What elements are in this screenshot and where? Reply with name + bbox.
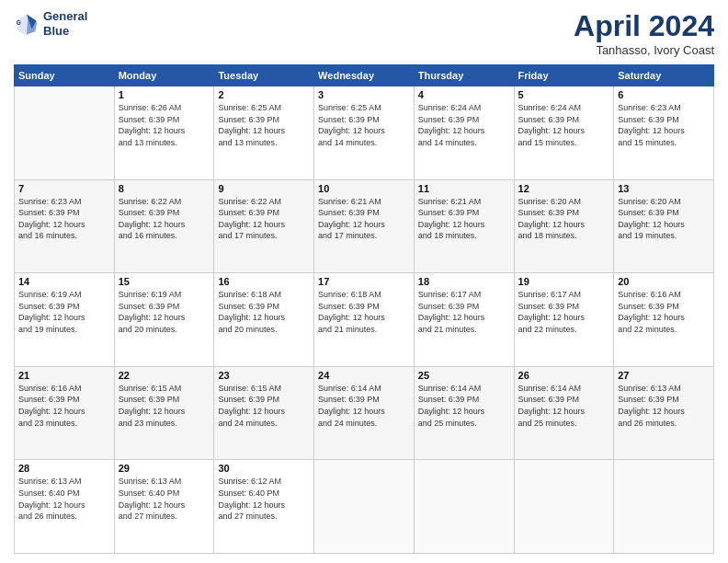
day-number: 22 <box>119 370 210 381</box>
day-number: 14 <box>18 276 110 287</box>
logo-icon: G <box>14 11 40 37</box>
day-number: 16 <box>218 276 310 287</box>
day-info: Sunrise: 6:18 AM Sunset: 6:39 PM Dayligh… <box>218 289 310 335</box>
weekday-header-monday: Monday <box>114 65 214 86</box>
calendar-cell <box>614 460 714 554</box>
day-info: Sunrise: 6:26 AM Sunset: 6:39 PM Dayligh… <box>119 102 210 148</box>
week-row-5: 28Sunrise: 6:13 AM Sunset: 6:40 PM Dayli… <box>15 460 714 554</box>
day-info: Sunrise: 6:24 AM Sunset: 6:39 PM Dayligh… <box>418 102 510 148</box>
calendar-cell: 19Sunrise: 6:17 AM Sunset: 6:39 PM Dayli… <box>514 273 614 367</box>
calendar-cell: 7Sunrise: 6:23 AM Sunset: 6:39 PM Daylig… <box>15 179 115 273</box>
calendar-cell: 5Sunrise: 6:24 AM Sunset: 6:39 PM Daylig… <box>514 86 614 180</box>
weekday-header-friday: Friday <box>514 65 614 86</box>
day-info: Sunrise: 6:15 AM Sunset: 6:39 PM Dayligh… <box>119 383 210 429</box>
calendar-cell: 22Sunrise: 6:15 AM Sunset: 6:39 PM Dayli… <box>114 366 214 460</box>
weekday-header-sunday: Sunday <box>15 65 115 86</box>
calendar-cell: 25Sunrise: 6:14 AM Sunset: 6:39 PM Dayli… <box>414 366 514 460</box>
calendar-cell: 17Sunrise: 6:18 AM Sunset: 6:39 PM Dayli… <box>314 273 415 367</box>
day-number: 6 <box>618 89 710 100</box>
header: G General Blue April 2024 Tanhasso, Ivor… <box>14 9 714 57</box>
calendar-cell: 13Sunrise: 6:20 AM Sunset: 6:39 PM Dayli… <box>614 179 714 273</box>
day-number: 24 <box>318 370 410 381</box>
day-info: Sunrise: 6:22 AM Sunset: 6:39 PM Dayligh… <box>218 196 310 242</box>
calendar-cell: 23Sunrise: 6:15 AM Sunset: 6:39 PM Dayli… <box>214 366 314 460</box>
day-number: 7 <box>18 183 110 194</box>
day-number: 23 <box>218 370 310 381</box>
day-info: Sunrise: 6:25 AM Sunset: 6:39 PM Dayligh… <box>318 102 410 148</box>
day-info: Sunrise: 6:23 AM Sunset: 6:39 PM Dayligh… <box>18 196 110 242</box>
week-row-4: 21Sunrise: 6:16 AM Sunset: 6:39 PM Dayli… <box>15 366 714 460</box>
day-info: Sunrise: 6:19 AM Sunset: 6:39 PM Dayligh… <box>18 289 110 335</box>
calendar-cell: 11Sunrise: 6:21 AM Sunset: 6:39 PM Dayli… <box>414 179 514 273</box>
calendar-cell <box>414 460 514 554</box>
day-info: Sunrise: 6:22 AM Sunset: 6:39 PM Dayligh… <box>119 196 210 242</box>
weekday-header-row: SundayMondayTuesdayWednesdayThursdayFrid… <box>15 65 714 86</box>
calendar-cell <box>15 86 115 180</box>
calendar: SundayMondayTuesdayWednesdayThursdayFrid… <box>14 64 714 554</box>
day-number: 8 <box>119 183 210 194</box>
calendar-cell: 3Sunrise: 6:25 AM Sunset: 6:39 PM Daylig… <box>314 86 415 180</box>
day-number: 4 <box>418 89 510 100</box>
day-info: Sunrise: 6:19 AM Sunset: 6:39 PM Dayligh… <box>119 289 210 335</box>
day-info: Sunrise: 6:13 AM Sunset: 6:40 PM Dayligh… <box>18 476 110 522</box>
calendar-cell: 1Sunrise: 6:26 AM Sunset: 6:39 PM Daylig… <box>114 86 214 180</box>
day-number: 20 <box>618 276 710 287</box>
day-number: 9 <box>218 183 310 194</box>
day-info: Sunrise: 6:17 AM Sunset: 6:39 PM Dayligh… <box>518 289 610 335</box>
day-number: 13 <box>618 183 710 194</box>
day-info: Sunrise: 6:18 AM Sunset: 6:39 PM Dayligh… <box>318 289 410 335</box>
calendar-cell: 30Sunrise: 6:12 AM Sunset: 6:40 PM Dayli… <box>214 460 314 554</box>
day-info: Sunrise: 6:16 AM Sunset: 6:39 PM Dayligh… <box>618 289 710 335</box>
day-info: Sunrise: 6:13 AM Sunset: 6:40 PM Dayligh… <box>119 476 210 522</box>
calendar-cell: 8Sunrise: 6:22 AM Sunset: 6:39 PM Daylig… <box>114 179 214 273</box>
day-number: 3 <box>318 89 410 100</box>
calendar-cell: 16Sunrise: 6:18 AM Sunset: 6:39 PM Dayli… <box>214 273 314 367</box>
calendar-cell: 14Sunrise: 6:19 AM Sunset: 6:39 PM Dayli… <box>15 273 115 367</box>
day-number: 11 <box>418 183 510 194</box>
weekday-header-wednesday: Wednesday <box>314 65 415 86</box>
calendar-cell: 20Sunrise: 6:16 AM Sunset: 6:39 PM Dayli… <box>614 273 714 367</box>
day-info: Sunrise: 6:20 AM Sunset: 6:39 PM Dayligh… <box>618 196 710 242</box>
calendar-cell: 28Sunrise: 6:13 AM Sunset: 6:40 PM Dayli… <box>15 460 115 554</box>
day-info: Sunrise: 6:14 AM Sunset: 6:39 PM Dayligh… <box>418 383 510 429</box>
title-area: April 2024 Tanhasso, Ivory Coast <box>574 9 714 57</box>
day-info: Sunrise: 6:16 AM Sunset: 6:39 PM Dayligh… <box>18 383 110 429</box>
day-number: 5 <box>518 89 610 100</box>
calendar-cell: 29Sunrise: 6:13 AM Sunset: 6:40 PM Dayli… <box>114 460 214 554</box>
day-number: 2 <box>218 89 310 100</box>
calendar-cell: 12Sunrise: 6:20 AM Sunset: 6:39 PM Dayli… <box>514 179 614 273</box>
logo-line1: General <box>43 9 87 24</box>
week-row-2: 7Sunrise: 6:23 AM Sunset: 6:39 PM Daylig… <box>15 179 714 273</box>
logo-text: General Blue <box>43 9 87 38</box>
calendar-cell: 6Sunrise: 6:23 AM Sunset: 6:39 PM Daylig… <box>614 86 714 180</box>
day-number: 12 <box>518 183 610 194</box>
day-number: 19 <box>518 276 610 287</box>
logo: G General Blue <box>14 9 87 38</box>
location-subtitle: Tanhasso, Ivory Coast <box>574 43 714 57</box>
day-number: 15 <box>119 276 210 287</box>
day-info: Sunrise: 6:20 AM Sunset: 6:39 PM Dayligh… <box>518 196 610 242</box>
day-info: Sunrise: 6:12 AM Sunset: 6:40 PM Dayligh… <box>218 476 310 522</box>
week-row-1: 1Sunrise: 6:26 AM Sunset: 6:39 PM Daylig… <box>15 86 714 180</box>
svg-text:G: G <box>17 19 21 26</box>
day-number: 30 <box>218 463 310 474</box>
day-number: 29 <box>119 463 210 474</box>
calendar-cell <box>514 460 614 554</box>
calendar-cell <box>314 460 415 554</box>
day-number: 18 <box>418 276 510 287</box>
weekday-header-tuesday: Tuesday <box>214 65 314 86</box>
logo-line2: Blue <box>43 24 87 39</box>
calendar-cell: 10Sunrise: 6:21 AM Sunset: 6:39 PM Dayli… <box>314 179 415 273</box>
calendar-cell: 2Sunrise: 6:25 AM Sunset: 6:39 PM Daylig… <box>214 86 314 180</box>
calendar-cell: 18Sunrise: 6:17 AM Sunset: 6:39 PM Dayli… <box>414 273 514 367</box>
page: G General Blue April 2024 Tanhasso, Ivor… <box>0 0 728 563</box>
calendar-cell: 24Sunrise: 6:14 AM Sunset: 6:39 PM Dayli… <box>314 366 415 460</box>
day-info: Sunrise: 6:17 AM Sunset: 6:39 PM Dayligh… <box>418 289 510 335</box>
calendar-cell: 9Sunrise: 6:22 AM Sunset: 6:39 PM Daylig… <box>214 179 314 273</box>
calendar-cell: 26Sunrise: 6:14 AM Sunset: 6:39 PM Dayli… <box>514 366 614 460</box>
calendar-cell: 4Sunrise: 6:24 AM Sunset: 6:39 PM Daylig… <box>414 86 514 180</box>
day-number: 21 <box>18 370 110 381</box>
day-info: Sunrise: 6:14 AM Sunset: 6:39 PM Dayligh… <box>518 383 610 429</box>
weekday-header-saturday: Saturday <box>614 65 714 86</box>
day-number: 10 <box>318 183 410 194</box>
